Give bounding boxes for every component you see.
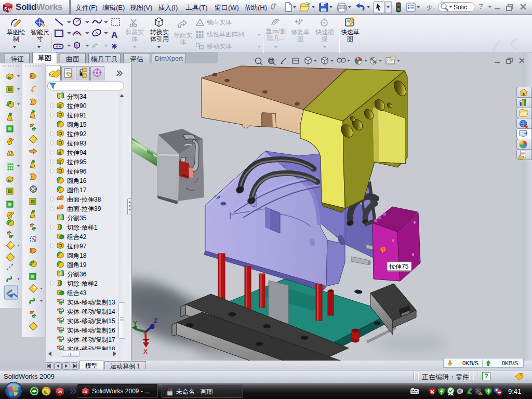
svg-text:SW: SW [83, 390, 88, 393]
svg-text:S: S [4, 6, 7, 11]
svg-text:Solic: Solic [454, 4, 467, 11]
svg-text:拉伸75: 拉伸75 [389, 263, 409, 270]
svg-text:X: X [143, 348, 148, 355]
svg-text:W: W [8, 7, 13, 12]
svg-text:SW: SW [57, 390, 63, 394]
svg-text:A: A [111, 30, 117, 40]
svg-text:少..: 少.. [427, 4, 435, 10]
svg-text:Z: Z [154, 317, 157, 325]
svg-text:Y: Y [133, 320, 137, 327]
